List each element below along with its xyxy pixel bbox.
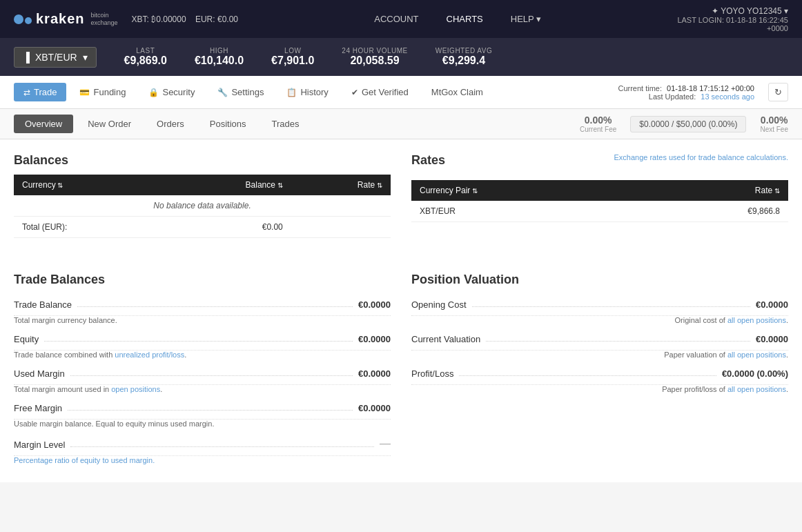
refresh-button[interactable]: ↻ [768, 83, 788, 101]
balances-section: Balances Currency Balance Rate No balanc… [14, 153, 391, 238]
sub-tab-new-order[interactable]: New Order [77, 115, 142, 133]
balances-empty-row: No balance data available. [14, 195, 391, 217]
current-valuation-value: €0.0000 [756, 334, 788, 344]
balances-table: Currency Balance Rate No balance data av… [14, 175, 391, 238]
equity-value: €0.0000 [358, 334, 391, 344]
main-nav-links: ACCOUNT CHARTS HELP ▾ [371, 10, 545, 28]
rates-note: Exchange rates used for trade balance ca… [614, 153, 788, 161]
sub-tab-overview[interactable]: Overview [14, 115, 73, 133]
rates-title: Rates [411, 153, 445, 168]
top-two-col: Balances Currency Balance Rate No balanc… [14, 153, 788, 238]
logo-circle-big [14, 14, 23, 24]
col-currency[interactable]: Currency [14, 175, 162, 195]
tab-history[interactable]: 📋 History [277, 83, 338, 101]
col-balance[interactable]: Balance [162, 175, 291, 195]
col-rate-header[interactable]: Rate [639, 180, 788, 201]
opening-cost-value: €0.0000 [756, 299, 788, 310]
dotted-separator [77, 306, 353, 307]
sub-tab-orders[interactable]: Orders [146, 115, 195, 133]
time-info: Current time: 01-18-18 17:15:12 +00:00 L… [618, 84, 754, 101]
rate-value: €9,866.8 [639, 201, 788, 222]
dotted-separator [486, 341, 750, 342]
nav-help[interactable]: HELP ▾ [507, 10, 545, 28]
ticker-last: LAST €9,869.0 [124, 47, 167, 67]
margin-level-row: Margin Level — [14, 432, 391, 456]
profit-loss-row: Profit/Loss €0.0000 (0.00%) [411, 363, 788, 385]
main-tabs-row: ⇄ Trade 💳 Funding 🔒 Security 🔧 Settings … [0, 76, 802, 109]
trade-balances-title: Trade Balances [14, 273, 391, 287]
used-margin-link[interactable]: open positions [111, 385, 160, 393]
dotted-separator [44, 341, 353, 342]
col-rate[interactable]: Rate [291, 175, 391, 195]
equity-label: Equity [14, 334, 39, 344]
dotted-separator [472, 306, 751, 307]
username[interactable]: ✦ YOYO YO12345 ▾ [677, 6, 788, 16]
ticker-last-label: LAST [124, 47, 167, 55]
opening-cost-link[interactable]: all open positions [727, 316, 786, 324]
last-updated-value: 13 seconds ago [701, 92, 754, 101]
position-valuation-section: Position Valuation Opening Cost €0.0000 … [411, 273, 788, 469]
tab-trade-label: Trade [34, 87, 57, 97]
logo-circle-small [25, 17, 32, 24]
col-pair[interactable]: Currency Pair [411, 180, 639, 201]
tab-mtgox[interactable]: MtGox Claim [422, 83, 493, 101]
current-time-value: 01-18-18 17:15:12 +00:00 [667, 84, 754, 92]
ticker-high: HIGH €10,140.0 [195, 47, 244, 67]
current-fee-label: Current Fee [580, 126, 616, 133]
sub-tab-positions[interactable]: Positions [199, 115, 257, 133]
trade-icon: ⇄ [23, 88, 30, 97]
trade-balance-value: €0.0000 [358, 299, 391, 310]
tab-funding-label: Funding [93, 87, 126, 97]
top-navigation: kraken bitcoin exchange XBT: ₿0.00000 EU… [0, 0, 802, 38]
login-tz: +0000 [677, 24, 788, 32]
total-value: €0.00 [162, 217, 291, 238]
ticker-last-value: €9,869.0 [124, 55, 167, 67]
nav-left: kraken bitcoin exchange XBT: ₿0.00000 EU… [14, 11, 238, 27]
sub-tab-trades[interactable]: Trades [261, 115, 311, 133]
pair-selector[interactable]: ▐ XBT/EUR ▾ [14, 47, 97, 68]
margin-level-label: Margin Level [14, 440, 65, 450]
position-valuation-title: Position Valuation [411, 273, 788, 287]
tab-funding[interactable]: 💳 Funding [70, 83, 135, 101]
nav-account[interactable]: ACCOUNT [371, 10, 422, 28]
ticker-high-value: €10,140.0 [195, 55, 244, 67]
funding-icon: 💳 [79, 88, 90, 97]
tab-settings[interactable]: 🔧 Settings [208, 83, 273, 101]
balances-empty-message: No balance data available. [14, 195, 391, 217]
ticker-bar: ▐ XBT/EUR ▾ LAST €9,869.0 HIGH €10,140.0… [0, 38, 802, 76]
logo: kraken bitcoin exchange [14, 11, 118, 27]
used-margin-row: Used Margin €0.0000 [14, 363, 391, 385]
current-valuation-row: Current Valuation €0.0000 [411, 328, 788, 351]
next-fee-label: Next Fee [760, 126, 788, 133]
margin-level-value: — [380, 437, 391, 450]
tab-trade[interactable]: ⇄ Trade [14, 83, 66, 101]
tabs-time-section: Current time: 01-18-18 17:15:12 +00:00 L… [618, 83, 788, 101]
ticker-low: LOW €7,901.0 [271, 47, 314, 67]
equity-link[interactable]: unrealized profit/loss [115, 351, 184, 359]
trade-balances-section: Trade Balances Trade Balance €0.0000 Tot… [14, 273, 391, 469]
tab-get-verified[interactable]: ✔ Get Verified [342, 83, 418, 101]
free-margin-row: Free Margin €0.0000 [14, 397, 391, 420]
current-valuation-link[interactable]: all open positions [727, 351, 786, 359]
equity-row: Equity €0.0000 [14, 328, 391, 351]
profit-loss-value: €0.0000 (0.00%) [722, 368, 788, 379]
used-margin-value: €0.0000 [358, 368, 391, 379]
current-time-label: Current time: [618, 84, 662, 92]
tab-security-label: Security [162, 87, 195, 97]
ticker-wavg-label: WEIGHTED AVG [436, 47, 493, 55]
last-updated-label: Last Updated: [649, 92, 696, 101]
sub-tabs-row: Overview New Order Orders Positions Trad… [0, 109, 802, 139]
bottom-two-col: Trade Balances Trade Balance €0.0000 Tot… [14, 273, 788, 469]
rates-header: Rates Exchange rates used for trade bala… [411, 153, 788, 175]
main-tabs: ⇄ Trade 💳 Funding 🔒 Security 🔧 Settings … [14, 76, 493, 108]
trade-balance-label: Trade Balance [14, 299, 72, 310]
dotted-separator [459, 375, 716, 376]
fee-range: $0.0000 / $50,000 (0.00%) [630, 116, 746, 132]
wrench-icon: 🔧 [217, 88, 228, 97]
history-icon: 📋 [286, 88, 297, 97]
logo-subtitle: bitcoin exchange [91, 12, 118, 27]
profit-loss-link[interactable]: all open positions [727, 385, 786, 393]
rates-table: Currency Pair Rate XBT/EUR €9,866.8 [411, 180, 788, 222]
tab-security[interactable]: 🔒 Security [139, 83, 204, 101]
nav-charts[interactable]: CHARTS [443, 10, 487, 28]
